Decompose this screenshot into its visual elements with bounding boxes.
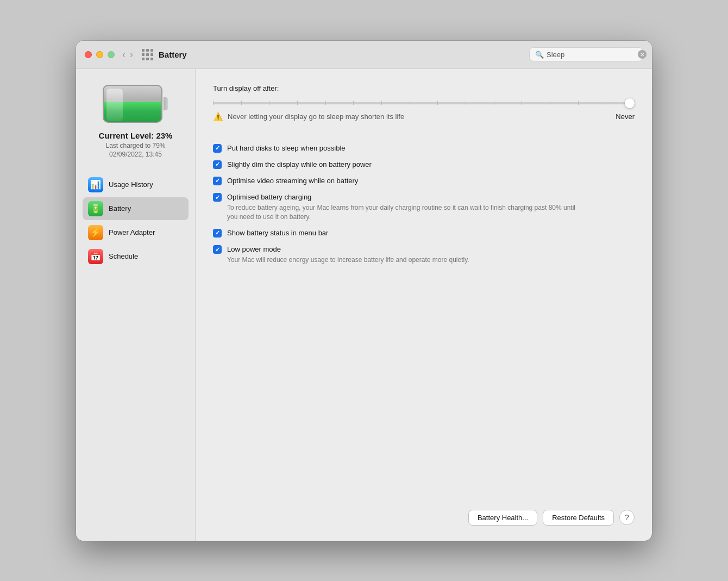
apps-grid-icon[interactable] [142,49,153,60]
search-box[interactable]: 🔍 ✕ [529,47,643,61]
setting-row-video-streaming: ✓ Optimise video streaming while on batt… [213,173,635,189]
restore-defaults-button[interactable]: Restore Defaults [543,510,614,526]
back-arrow[interactable]: ‹ [122,49,125,59]
help-button[interactable]: ? [619,510,635,525]
checkbox-dim-display[interactable]: ✓ [213,160,222,169]
usage-history-icon: 📊 [88,177,103,192]
content-area: Current Level: 23% Last charged to 79% 0… [76,69,652,541]
schedule-icon: 📅 [88,249,103,264]
battery-icon [103,82,168,126]
setting-row-dim-display: ✓ Slightly dim the display while on batt… [213,157,635,173]
battery-sheen [106,89,123,121]
schedule-label: Schedule [109,252,138,260]
forward-arrow[interactable]: › [130,49,133,59]
low-power-label: Low power mode [227,245,469,254]
battery-last-charged: Last charged to 79% [99,142,173,149]
check-icon: ✓ [215,247,220,253]
battery-date: 02/09/2022, 13:45 [99,151,173,158]
low-power-text: Low power mode Your Mac will reduce ener… [227,245,469,265]
sidebar-item-usage-history[interactable]: 📊 Usage History [83,173,189,196]
nav-arrows: ‹ › [122,49,133,59]
hard-disks-text: Put hard disks to sleep when possible [227,143,346,153]
setting-row-hard-disks: ✓ Put hard disks to sleep when possible [213,140,635,157]
battery-info: Current Level: 23% Last charged to 79% 0… [99,131,173,158]
main-window: ‹ › Battery 🔍 ✕ [76,41,652,541]
optimised-charging-label: Optimised battery charging [227,192,580,202]
battery-health-button[interactable]: Battery Health... [468,510,537,526]
power-adapter-label: Power Adapter [109,228,155,236]
search-input[interactable] [547,51,638,59]
check-icon: ✓ [215,145,220,151]
sidebar-item-schedule[interactable]: 📅 Schedule [83,245,189,268]
sidebar: Current Level: 23% Last charged to 79% 0… [76,69,196,541]
hard-disks-label: Put hard disks to sleep when possible [227,143,346,153]
warning-text: Never letting your display go to sleep m… [228,113,404,121]
display-label: Turn display off after: [213,84,635,92]
check-icon: ✓ [215,195,220,201]
setting-row-low-power: ✓ Low power mode Your Mac will reduce en… [213,241,635,268]
power-adapter-icon: ⚡ [88,225,103,240]
checkbox-battery-status[interactable]: ✓ [213,229,222,238]
optimised-charging-description: To reduce battery ageing, your Mac learn… [227,203,580,222]
close-button[interactable] [85,51,92,58]
check-icon: ✓ [215,178,220,184]
titlebar: ‹ › Battery 🔍 ✕ [76,41,652,69]
battery-nav-icon: 🔋 [88,201,103,216]
optimised-charging-text: Optimised battery charging To reduce bat… [227,192,580,222]
battery-cap [164,97,168,110]
search-clear-button[interactable]: ✕ [638,50,647,59]
battery-level: Current Level: 23% [99,131,173,140]
main-content: Turn display off after: ⚠️ [196,69,652,541]
dim-display-text: Slightly dim the display while on batter… [227,160,372,170]
dim-display-label: Slightly dim the display while on batter… [227,160,372,170]
search-icon: 🔍 [535,51,544,59]
window-title: Battery [159,50,187,59]
warning-icon: ⚠️ [213,112,223,122]
checkbox-optimised-charging[interactable]: ✓ [213,193,222,202]
traffic-lights [85,51,115,58]
usage-history-label: Usage History [109,180,153,189]
setting-row-optimised-charging: ✓ Optimised battery charging To reduce b… [213,189,635,225]
battery-status-text: Show battery status in menu bar [227,228,328,238]
battery-status-label: Show battery status in menu bar [227,228,328,238]
battery-label: Battery [109,204,131,213]
checkbox-low-power[interactable]: ✓ [213,245,222,254]
settings-list: ✓ Put hard disks to sleep when possible … [213,140,635,268]
footer: Battery Health... Restore Defaults ? [213,499,635,526]
warning-row: ⚠️ Never letting your display go to slee… [213,112,635,122]
sidebar-item-battery[interactable]: 🔋 Battery [83,197,189,220]
low-power-description: Your Mac will reduce energy usage to inc… [227,255,469,265]
check-icon: ✓ [215,161,220,167]
display-section: Turn display off after: ⚠️ [213,84,635,125]
setting-row-battery-status: ✓ Show battery status in menu bar [213,225,635,241]
never-label: Never [616,113,635,121]
checkbox-hard-disks[interactable]: ✓ [213,144,222,153]
minimize-button[interactable] [96,51,103,58]
video-streaming-label: Optimise video streaming while on batter… [227,176,358,186]
video-streaming-text: Optimise video streaming while on batter… [227,176,358,186]
slider-thumb[interactable] [625,98,635,108]
checkbox-video-streaming[interactable]: ✓ [213,177,222,185]
sidebar-nav: 📊 Usage History 🔋 Battery ⚡ Power Adapte… [83,173,189,269]
battery-visual: Current Level: 23% Last charged to 79% 0… [99,82,173,158]
check-icon: ✓ [215,230,220,236]
maximize-button[interactable] [108,51,115,58]
battery-body [103,85,162,123]
sidebar-item-power-adapter[interactable]: ⚡ Power Adapter [83,221,189,244]
display-slider-container [213,98,635,109]
